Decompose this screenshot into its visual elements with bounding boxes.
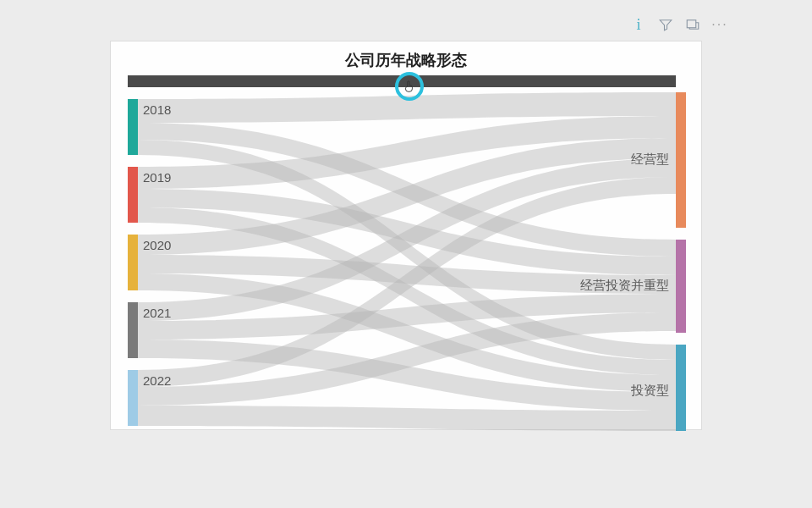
target-node-label: 经营投资并重型 bbox=[580, 278, 669, 294]
svg-rect-0 bbox=[687, 20, 696, 28]
focus-mode-icon[interactable] bbox=[685, 17, 700, 32]
target-node-label: 投资型 bbox=[631, 383, 669, 399]
svg-rect-10 bbox=[138, 75, 676, 87]
svg-rect-2 bbox=[128, 99, 138, 155]
chart-toolbar: i ··· bbox=[631, 17, 727, 32]
sankey-chart-card: 公司历年战略形态 20182019202020212022经营型经营投资并重型投… bbox=[110, 41, 702, 430]
info-icon[interactable]: i bbox=[631, 17, 646, 32]
svg-rect-5 bbox=[128, 302, 138, 358]
more-options-icon[interactable]: ··· bbox=[712, 17, 727, 32]
filter-icon[interactable] bbox=[658, 17, 673, 32]
svg-rect-9 bbox=[676, 345, 686, 431]
source-node-label: 2022 bbox=[143, 373, 171, 388]
svg-rect-6 bbox=[128, 370, 138, 426]
source-node-label: 2019 bbox=[143, 170, 171, 185]
source-node-label: 2021 bbox=[143, 306, 171, 320]
svg-rect-7 bbox=[676, 92, 686, 228]
svg-rect-4 bbox=[128, 235, 138, 290]
source-node-label: 2018 bbox=[143, 102, 171, 117]
sankey-chart[interactable] bbox=[111, 41, 703, 431]
target-node-label: 经营型 bbox=[631, 152, 669, 168]
svg-rect-1 bbox=[128, 75, 138, 87]
source-node-label: 2020 bbox=[143, 238, 171, 252]
svg-rect-3 bbox=[128, 167, 138, 223]
svg-rect-8 bbox=[676, 240, 686, 333]
